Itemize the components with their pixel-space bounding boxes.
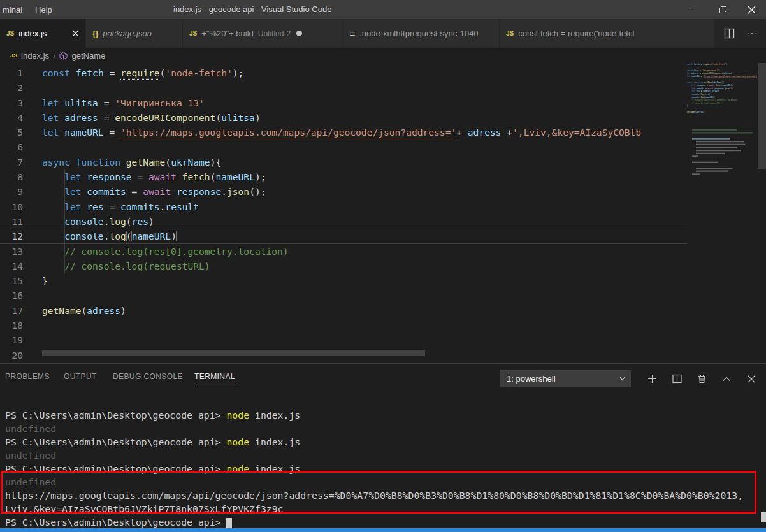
code-line[interactable]: 1const fetch = require('node-fetch'); (0, 66, 687, 80)
code-editor: 1const fetch = require('node-fetch');23l… (0, 63, 766, 363)
line-number: 11 (0, 214, 23, 229)
tab-package-json[interactable]: {} package.json (86, 19, 183, 48)
code-line[interactable]: 19 (0, 333, 687, 347)
code-line[interactable]: 18 (0, 318, 687, 333)
minimize-button[interactable] (680, 0, 709, 19)
indent-guide (64, 169, 65, 273)
restore-button[interactable] (709, 0, 737, 19)
tab-index-js[interactable]: JS index.js (0, 19, 86, 48)
terminal-line: PS C:\Users\admin\Desktop\geocode api> (5, 515, 743, 529)
code-line[interactable]: 11 console.log(res) (0, 214, 687, 229)
statusbar-strip (0, 528, 766, 532)
vertical-scrollbar-thumb[interactable] (758, 63, 766, 169)
code-line[interactable]: 2 (0, 80, 687, 95)
plus-icon (647, 374, 657, 384)
trash-icon (697, 374, 707, 384)
close-panel-button[interactable] (743, 370, 760, 387)
list-file-icon: ≡ (350, 29, 355, 38)
minimap-content: const fetch = require('node-fetch');let … (687, 63, 757, 176)
js-file-icon: JS (6, 30, 14, 37)
tab-label: +"%20"+ build (201, 29, 254, 38)
code-line[interactable]: 9 let commits = await response.json(); (0, 184, 687, 199)
more-actions-button[interactable]: ··· (746, 28, 758, 40)
line-number: 12 (0, 229, 23, 243)
panel-tab-output[interactable]: OUTPUT (64, 372, 97, 387)
line-number: 14 (0, 259, 23, 273)
menu-bar: minal Help (1, 0, 59, 19)
js-file-icon: JS (10, 52, 17, 59)
panel-tab-problems[interactable]: PROBLEMS (5, 372, 50, 387)
breadcrumb-file[interactable]: index.js (21, 51, 49, 61)
line-number: 5 (0, 125, 23, 140)
code-line[interactable]: 12 console.log(nameURL) (0, 229, 687, 243)
symbol-method-icon (59, 52, 68, 60)
line-number: 7 (0, 155, 23, 169)
panel-tab-debug-console[interactable]: DEBUG CONSOLE (113, 372, 183, 387)
chevron-down-icon (619, 375, 626, 382)
kill-terminal-button[interactable] (693, 370, 710, 387)
code-line[interactable]: 10 let res = commits.result (0, 199, 687, 214)
line-number: 16 (0, 288, 23, 303)
line-number: 18 (0, 318, 23, 333)
line-number: 3 (0, 96, 23, 110)
modified-dot-icon[interactable] (296, 31, 302, 36)
code-line[interactable]: 15} (0, 273, 687, 288)
new-terminal-button[interactable] (644, 370, 660, 387)
code-line[interactable]: 6 (0, 140, 687, 154)
code-line[interactable]: 8 let response = await fetch(nameURL); (0, 169, 687, 184)
terminal-line: PS C:\Users\admin\Desktop\geocode api> n… (5, 408, 743, 422)
line-number: 4 (0, 110, 23, 125)
terminal-line: https://maps.googleapis.com/maps/api/geo… (5, 489, 743, 502)
menu-item-help[interactable]: Help (29, 5, 59, 15)
editor-actions: ··· (714, 19, 766, 48)
bottom-panel: PROBLEMS OUTPUT DEBUG CONSOLE TERMINAL 1… (0, 363, 766, 528)
tab-close-button[interactable] (67, 30, 79, 37)
minimize-icon (691, 10, 698, 10)
close-icon (747, 5, 756, 15)
line-number: 8 (0, 169, 23, 184)
code-line[interactable]: 3let ulitsa = 'Чигиринська 13' (0, 96, 687, 110)
code-line[interactable]: 14 // console.log(requestURL) (0, 259, 687, 273)
restore-icon (719, 6, 727, 14)
close-window-button[interactable] (737, 0, 766, 19)
terminal-shell-selector[interactable]: 1: powershell (500, 370, 631, 387)
tab-secondary-label: Untitled-2 (258, 29, 291, 38)
maximize-panel-button[interactable] (718, 370, 735, 387)
json-file-icon: {} (92, 29, 98, 38)
window-controls (680, 0, 766, 19)
js-file-icon: JS (189, 30, 197, 37)
breadcrumb: JS index.js › getName (0, 48, 766, 63)
window-title: index.js - geocode api - Visual Studio C… (173, 0, 331, 19)
tab-label: .node-xmlhttprequest-sync-1040 (359, 29, 478, 38)
tab-label: index.js (18, 29, 47, 38)
editor-tab-bar: JS index.js {} package.json JS +"%20"+ b… (0, 19, 766, 48)
code-line[interactable]: 5let nameURL = 'https://maps.googleapis.… (0, 125, 687, 140)
terminal-scrollbar-thumb[interactable] (761, 512, 766, 522)
tab-const-fetch[interactable]: JS const fetch = require('node-fetcl (500, 19, 714, 48)
tab-untitled-2[interactable]: JS +"%20"+ build Untitled-2 (183, 19, 343, 48)
menu-item-terminal-partial[interactable]: minal (1, 5, 29, 15)
code-line[interactable]: 7async function getName(ukrName){ (0, 155, 687, 169)
split-editor-button[interactable] (724, 28, 735, 39)
tab-node-xmlhttprequest[interactable]: ≡ .node-xmlhttprequest-sync-1040 (343, 19, 500, 48)
split-editor-icon (724, 28, 735, 39)
code-line[interactable]: 13 // console.log(res[0].geometry.locati… (0, 244, 687, 259)
line-number: 2 (0, 80, 23, 95)
line-number: 15 (0, 273, 23, 288)
code-line[interactable]: 4let adress = encodeURIComponent(ulitsa) (0, 110, 687, 125)
line-number: 6 (0, 140, 23, 154)
minimap[interactable]: const fetch = require('node-fetch');let … (687, 63, 757, 361)
split-terminal-button[interactable] (668, 370, 685, 387)
split-terminal-icon (672, 374, 682, 384)
code-lines[interactable]: 1const fetch = require('node-fetch');23l… (0, 66, 687, 361)
shell-selector-value: 1: powershell (507, 374, 619, 384)
code-line[interactable]: 16 (0, 288, 687, 303)
close-icon (72, 30, 79, 37)
terminal-output[interactable]: PS C:\Users\admin\Desktop\geocode api> n… (5, 408, 743, 529)
terminal-line: PS C:\Users\admin\Desktop\geocode api> n… (5, 462, 743, 475)
panel-tab-terminal[interactable]: TERMINAL (194, 372, 235, 387)
breadcrumb-symbol[interactable]: getName (71, 51, 105, 61)
horizontal-scrollbar-thumb[interactable] (42, 350, 425, 356)
terminal-cursor (226, 518, 232, 528)
code-line[interactable]: 17getName(adress) (0, 303, 687, 318)
